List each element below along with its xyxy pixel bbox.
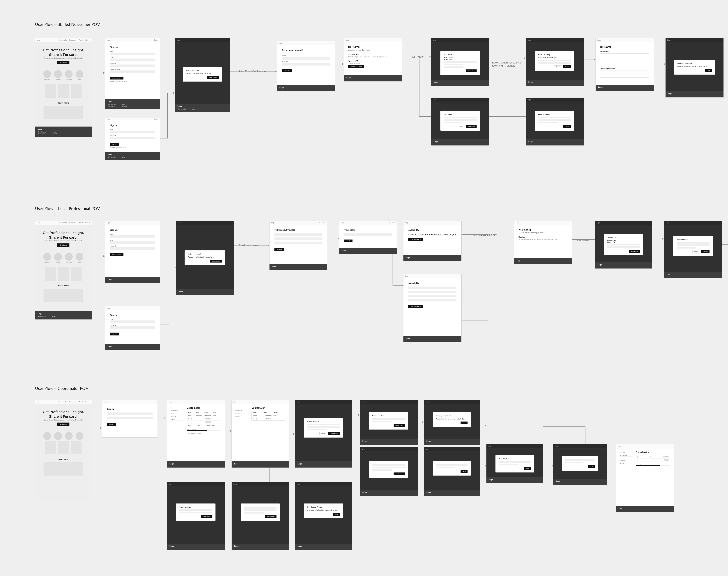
s2ie[interactable] — [110, 241, 155, 244]
logo[interactable]: Logo — [488, 445, 491, 447]
logo[interactable]: Logo — [233, 401, 237, 403]
cs2[interactable]: Locals — [620, 457, 633, 459]
match-btn[interactable]: Book a time — [466, 69, 477, 73]
logo[interactable]: Logo — [597, 222, 600, 224]
c1b[interactable]: Connect calendar — [408, 238, 424, 241]
logo[interactable]: Logo — [37, 39, 40, 41]
fa1[interactable]: Resources — [108, 106, 116, 107]
signup-hint[interactable]: Already have an account? Sign in — [110, 81, 155, 82]
logo[interactable]: Logo — [433, 39, 436, 41]
r3a[interactable]: View — [212, 425, 220, 426]
pr1k[interactable]: Done — [524, 467, 531, 470]
s2ip[interactable] — [110, 247, 155, 250]
logo[interactable]: Logo — [178, 222, 181, 224]
logo[interactable]: Logo — [233, 483, 237, 485]
fb0[interactable]: About — [192, 108, 195, 110]
logo[interactable]: Logo — [107, 307, 110, 309]
cm3bk[interactable]: Done — [461, 470, 468, 473]
n2[interactable]: About — [79, 222, 83, 224]
s2b[interactable]: Create account — [110, 253, 123, 256]
logo[interactable]: Logo — [667, 39, 670, 41]
r0a[interactable]: Match — [212, 415, 220, 416]
m3b[interactable]: Book a time — [629, 250, 640, 253]
logo[interactable]: Logo — [405, 222, 408, 224]
cs2[interactable]: Locals — [171, 412, 184, 415]
cs4[interactable]: Reports — [171, 418, 184, 421]
logo[interactable]: Logo — [297, 401, 300, 403]
nav-signin[interactable]: Sign in — [154, 39, 158, 41]
pr2k[interactable]: Done — [588, 465, 595, 468]
f-b1[interactable]: Contact — [52, 133, 57, 135]
r2a[interactable]: Match — [212, 421, 220, 423]
cs3[interactable]: Matches — [620, 459, 633, 462]
cs0[interactable]: Overview — [171, 407, 184, 409]
input-name[interactable] — [110, 53, 155, 55]
book-cancel[interactable]: Cancel — [554, 65, 562, 68]
o2b[interactable]: Continue — [274, 248, 284, 251]
book-conf2[interactable]: Confirm — [563, 125, 571, 128]
cBk[interactable]: Create match — [265, 515, 276, 518]
f-b0[interactable]: About — [52, 131, 57, 133]
si2b[interactable]: Sign in — [110, 333, 119, 336]
n0[interactable]: How it works — [59, 401, 67, 403]
logo[interactable]: Logo — [107, 39, 110, 41]
v2b[interactable]: Resend email — [210, 260, 222, 262]
cm1k[interactable]: Create match — [328, 432, 340, 435]
c2f0[interactable] — [408, 287, 457, 289]
d2-match-card[interactable] — [600, 53, 649, 65]
logo[interactable]: Logo — [37, 401, 40, 403]
cs1[interactable]: Newcomers — [620, 454, 633, 457]
n1[interactable]: Resources — [69, 222, 76, 224]
logo[interactable]: Logo — [433, 99, 436, 100]
logo[interactable]: Logo — [104, 401, 107, 403]
cCk[interactable]: Done — [333, 513, 340, 516]
b3k[interactable]: Confirm — [701, 250, 710, 253]
dash-link[interactable]: Complete your profile — [348, 65, 364, 68]
cm3k[interactable]: Done — [461, 422, 468, 425]
cs2[interactable]: Locals — [235, 412, 249, 415]
nav-signin[interactable]: Sign in — [85, 39, 90, 41]
s3ip[interactable] — [107, 416, 153, 419]
signin-btn[interactable]: Sign in — [110, 143, 119, 146]
fa0[interactable]: How it works — [108, 156, 116, 158]
o2f0[interactable] — [274, 233, 322, 236]
logo[interactable]: Logo — [297, 483, 300, 485]
fa0[interactable]: How it works — [108, 104, 116, 105]
onb-f3[interactable] — [282, 63, 330, 65]
logo[interactable]: Logo — [426, 449, 429, 450]
book-confirm[interactable]: Confirm — [563, 65, 571, 68]
fa0[interactable]: How it works — [38, 316, 46, 317]
r1a[interactable]: View — [212, 418, 220, 420]
b3c[interactable]: Cancel — [693, 250, 700, 253]
cs3[interactable]: Matches — [171, 415, 184, 418]
n2[interactable]: About — [79, 401, 83, 403]
c2f1[interactable] — [408, 291, 457, 293]
logo[interactable]: Logo — [177, 39, 180, 41]
ra[interactable]: Match — [273, 415, 284, 416]
logo[interactable]: Logo — [598, 39, 601, 41]
nav-about[interactable]: About — [79, 39, 83, 41]
o3f0[interactable] — [344, 233, 392, 236]
nav-res[interactable]: Resources — [69, 39, 76, 41]
n3[interactable]: Sign in — [85, 222, 90, 224]
cs0[interactable]: Overview — [620, 451, 633, 454]
logo[interactable]: Logo — [169, 401, 172, 403]
input-email[interactable] — [110, 59, 155, 61]
m2-cancel[interactable]: Cancel — [457, 125, 465, 128]
logo[interactable]: Logo — [341, 222, 344, 224]
logo[interactable]: Logo — [405, 275, 408, 277]
signup-btn[interactable]: Create account — [110, 77, 123, 80]
o2f2[interactable] — [274, 241, 322, 244]
l2cta[interactable]: Get Started — [57, 243, 69, 247]
cs1[interactable]: Newcomers — [235, 409, 249, 412]
cs0[interactable]: Overview — [235, 407, 249, 409]
fa0[interactable]: How it works — [177, 108, 186, 110]
onb-f2[interactable] — [282, 57, 330, 60]
logo[interactable]: Logo — [346, 39, 349, 41]
logo[interactable]: Logo — [426, 401, 429, 403]
signin-hint[interactable]: Don’t have an account? Sign up — [110, 147, 155, 148]
input-pwd2[interactable] — [110, 70, 155, 73]
input-e[interactable] — [110, 131, 155, 133]
cAk[interactable]: Create match — [201, 515, 212, 518]
input-pwd[interactable] — [110, 64, 155, 67]
